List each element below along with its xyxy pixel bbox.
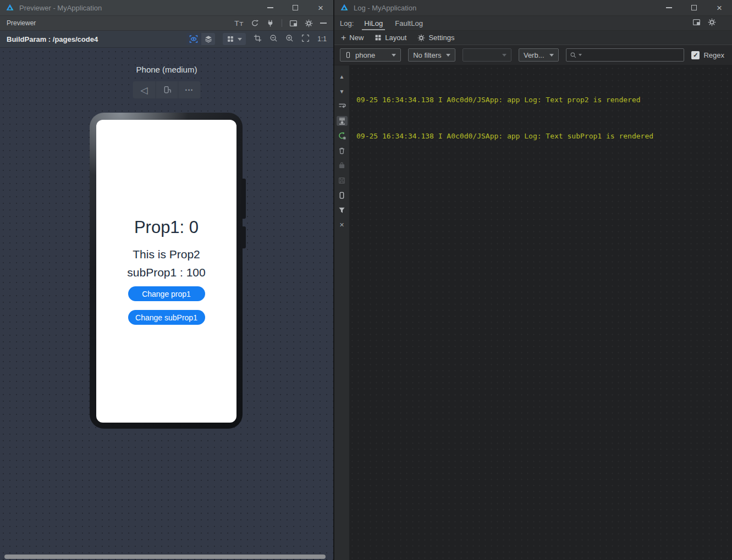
chevron-down-icon — [238, 38, 242, 41]
regex-checkbox[interactable]: ✓ — [691, 51, 700, 59]
scroll-down-icon[interactable]: ▼ — [337, 86, 348, 96]
search-history-caret-icon[interactable] — [579, 54, 582, 56]
gear-icon[interactable] — [305, 19, 313, 27]
scroll-up-icon[interactable]: ▲ — [337, 71, 348, 81]
window-controls: × — [257, 0, 333, 16]
minimize-icon[interactable] — [656, 0, 681, 16]
maximize-icon[interactable] — [283, 0, 308, 16]
chevron-down-icon — [392, 54, 396, 57]
grid-view-dropdown[interactable] — [223, 33, 246, 45]
log-gutter: ▲ ▼ — [334, 65, 349, 560]
log-body: ▲ ▼ — [334, 65, 732, 560]
log-tabbar: Log: HiLog FaultLog — [334, 16, 732, 31]
previewer-panel-label: Previewer — [7, 19, 36, 27]
inspect-eye-icon[interactable] — [186, 33, 201, 45]
chevron-down-icon — [502, 54, 507, 57]
buildparam-bar: BuildParam : /pages/code4 — [0, 31, 333, 48]
grid-icon — [227, 35, 234, 43]
window-title: Log - MyApplication — [354, 4, 416, 12]
log-output: 09-25 16:34:34.138 I A0c0d0/JSApp: app L… — [349, 65, 732, 560]
window-controls: × — [656, 0, 732, 16]
rotate-device-button[interactable] — [156, 81, 178, 98]
close-icon[interactable]: × — [707, 0, 732, 16]
previewer-window: Previewer - MyApplication × Previewer Tᴛ — [0, 0, 333, 560]
maximize-icon[interactable] — [681, 0, 707, 16]
chevron-down-icon — [549, 54, 554, 57]
filter-select[interactable]: No filters — [408, 48, 455, 62]
ellipsis-icon: ••• — [185, 87, 194, 93]
phone-screen: Prop1: 0 This is Prop2 subProp1 : 100 Ch… — [96, 120, 236, 423]
prop2-text: This is Prop2 — [133, 248, 200, 261]
clear-log-trash-icon[interactable] — [337, 146, 348, 156]
layers-icon[interactable] — [201, 33, 215, 45]
close-icon[interactable]: × — [308, 0, 333, 16]
hide-panel-icon[interactable] — [320, 23, 327, 24]
device-controls: ◁ ••• — [133, 81, 201, 98]
log-line[interactable]: 09-25 16:34:34.138 I A0c0d0/JSApp: app L… — [356, 130, 732, 142]
log-window: Log - MyApplication × Log: HiLog FaultLo… — [333, 0, 732, 560]
tab-hilog[interactable]: HiLog — [358, 16, 389, 30]
panel-layout-icon[interactable] — [289, 19, 298, 27]
deveco-logo-icon — [5, 3, 14, 12]
window-title: Previewer - MyApplication — [19, 4, 102, 12]
log-toolbar: + New Layout Settings — [334, 31, 732, 45]
settings-button[interactable]: Settings — [417, 34, 454, 42]
device-label: Phone (medium) — [0, 65, 333, 74]
minimize-icon[interactable] — [257, 0, 283, 16]
zoom-in-icon[interactable] — [285, 34, 294, 45]
scroll-to-end-icon[interactable] — [337, 116, 348, 126]
fit-screen-icon[interactable] — [301, 34, 310, 45]
previewer-titlebar: Previewer - MyApplication × — [0, 0, 333, 16]
chevron-down-icon — [446, 54, 450, 57]
rotate-device-icon — [162, 85, 172, 95]
refresh-icon[interactable] — [251, 19, 259, 27]
deveco-logo-icon — [340, 3, 349, 12]
restart-icon[interactable] — [337, 131, 348, 141]
soft-wrap-icon[interactable] — [337, 101, 348, 111]
regex-toggle[interactable]: ✓ Regex — [691, 51, 725, 59]
device-phone-icon[interactable] — [337, 190, 348, 200]
crop-frame-icon[interactable] — [254, 34, 262, 45]
zoom-ratio-label[interactable]: 1:1 — [317, 35, 327, 43]
plus-icon: + — [341, 34, 346, 42]
log-line[interactable]: 09-25 16:34:34.138 I A0c0d0/JSApp: app L… — [356, 94, 732, 106]
save-log-icon[interactable] — [337, 175, 348, 185]
buildparam-label: BuildParam : /pages/code4 — [7, 35, 98, 43]
log-level-select[interactable]: Verb... — [519, 48, 559, 62]
preview-canvas: Phone (medium) ◁ ••• Prop1: 0 This is Pr… — [0, 48, 333, 560]
log-search-box — [566, 48, 684, 62]
desktop: Previewer - MyApplication × Previewer Tᴛ — [0, 0, 732, 560]
toolbar-divider — [282, 19, 282, 27]
horizontal-scrollbar[interactable] — [4, 555, 326, 559]
layout-grid-icon — [375, 34, 382, 41]
layout-button[interactable]: Layout — [375, 34, 406, 42]
phone-mockup: Prop1: 0 This is Prop2 subProp1 : 100 Ch… — [90, 113, 243, 429]
phone-icon — [345, 51, 351, 59]
process-select[interactable] — [463, 48, 511, 62]
gear-icon — [417, 34, 425, 42]
change-subprop1-button[interactable]: Change subProp1 — [128, 310, 205, 325]
zoom-out-icon[interactable] — [269, 34, 278, 45]
back-button[interactable]: ◁ — [133, 81, 156, 98]
log-label: Log: — [340, 19, 354, 27]
subprop1-text: subProp1 : 100 — [127, 266, 205, 279]
panel-layout-icon[interactable] — [692, 18, 701, 28]
view-mode-group — [186, 33, 215, 45]
tab-faultlog[interactable]: FaultLog — [389, 16, 429, 30]
text-size-icon[interactable]: Tᴛ — [234, 19, 244, 27]
change-prop1-button[interactable]: Change prop1 — [128, 286, 205, 301]
new-button[interactable]: + New — [341, 34, 364, 42]
more-options-button[interactable]: ••• — [178, 81, 201, 98]
phone-volume-button — [241, 179, 246, 219]
prop1-text: Prop1: 0 — [134, 218, 199, 237]
search-icon — [570, 52, 577, 59]
device-select[interactable]: phone — [340, 48, 401, 62]
log-titlebar: Log - MyApplication × — [334, 0, 732, 16]
close-panel-icon[interactable]: × — [337, 220, 348, 230]
filter-funnel-icon[interactable] — [337, 205, 348, 215]
plug-icon[interactable] — [266, 19, 274, 27]
log-search-input[interactable] — [584, 51, 680, 59]
log-filter-row: phone No filters Verb... ✓ — [334, 45, 732, 65]
gear-icon[interactable] — [708, 18, 716, 28]
package-icon[interactable] — [337, 160, 348, 170]
